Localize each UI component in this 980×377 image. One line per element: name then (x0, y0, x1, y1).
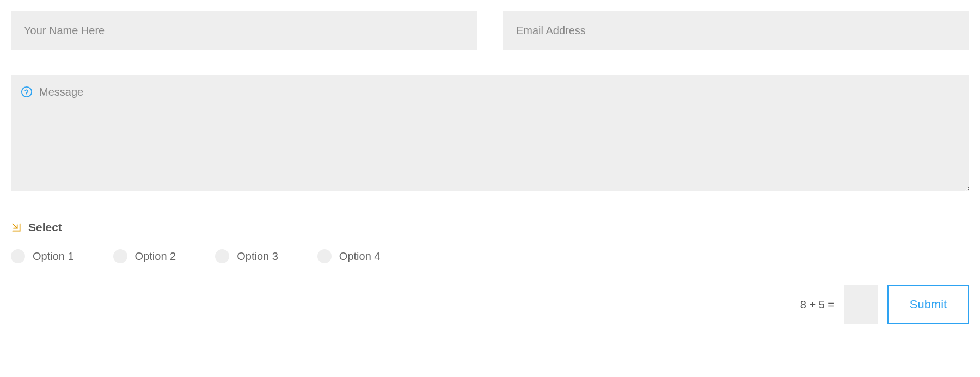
message-field-wrapper (11, 75, 969, 194)
option-3[interactable]: Option 3 (215, 249, 278, 263)
submit-button[interactable]: Submit (887, 285, 969, 324)
option-label: Option 4 (339, 250, 381, 263)
option-label: Option 1 (33, 250, 74, 263)
contact-form: Select Option 1 Option 2 Option 3 Option… (11, 11, 969, 324)
captcha-input[interactable] (844, 285, 878, 324)
option-4[interactable]: Option 4 (317, 249, 381, 263)
expand-icon (11, 222, 22, 233)
email-input[interactable] (503, 11, 969, 50)
radio-icon (317, 249, 332, 263)
radio-icon (11, 249, 25, 263)
message-textarea[interactable] (11, 75, 969, 191)
select-label: Select (28, 221, 62, 234)
option-label: Option 2 (135, 250, 176, 263)
radio-icon (113, 249, 127, 263)
submit-row: 8 + 5 = Submit (11, 285, 969, 324)
email-field-wrapper (503, 11, 969, 50)
name-email-row (11, 11, 969, 50)
option-2[interactable]: Option 2 (113, 249, 176, 263)
option-label: Option 3 (237, 250, 278, 263)
options-row: Option 1 Option 2 Option 3 Option 4 (11, 249, 969, 263)
name-input[interactable] (11, 11, 477, 50)
select-header: Select (11, 221, 969, 234)
option-1[interactable]: Option 1 (11, 249, 74, 263)
captcha-question: 8 + 5 = (800, 299, 834, 311)
radio-icon (215, 249, 229, 263)
select-section: Select Option 1 Option 2 Option 3 Option… (11, 221, 969, 263)
name-field-wrapper (11, 11, 477, 50)
